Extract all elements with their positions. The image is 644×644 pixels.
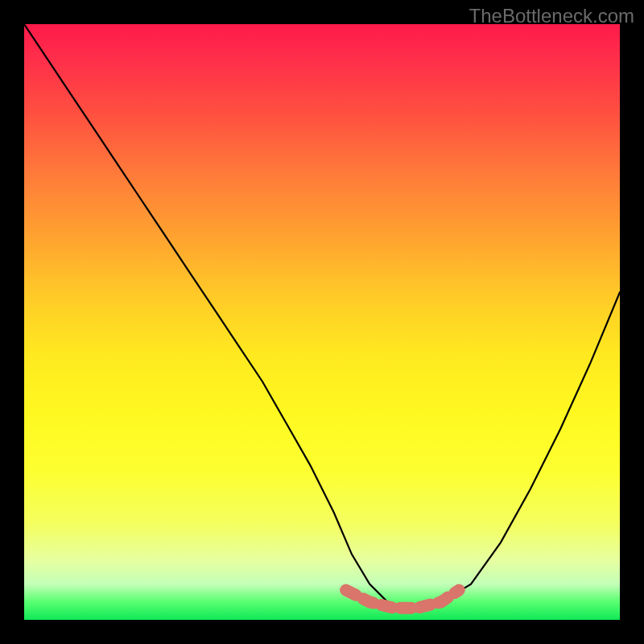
bottleneck-curve-line [24,24,620,608]
curve-svg [24,24,620,620]
watermark-text: TheBottleneck.com [469,5,634,27]
target-band-line [346,590,460,608]
plot-area [24,24,620,620]
